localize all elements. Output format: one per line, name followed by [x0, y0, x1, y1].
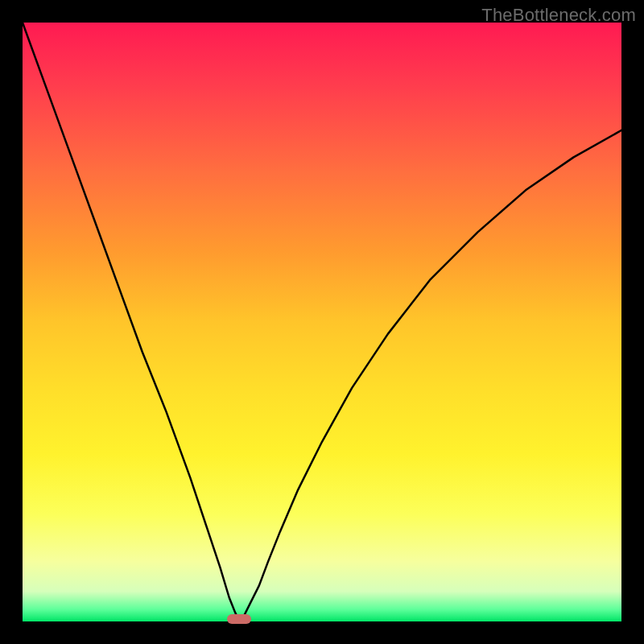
bottleneck-curve — [23, 23, 621, 621]
watermark-text: TheBottleneck.com — [481, 5, 636, 26]
curve-right-branch — [242, 130, 621, 621]
chart-plot-area — [23, 23, 621, 621]
chart-frame: TheBottleneck.com — [0, 0, 644, 644]
minimum-point-marker — [227, 614, 251, 624]
curve-left-branch — [23, 23, 242, 621]
